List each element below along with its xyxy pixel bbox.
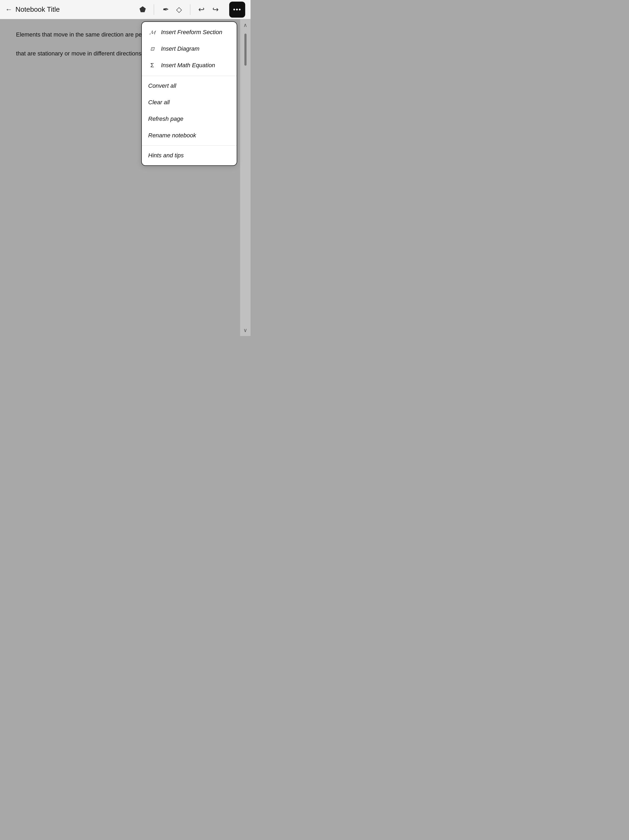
pen-icon[interactable]: ✒ [162,5,168,14]
undo-icon[interactable]: ↩ [198,5,205,14]
header: ← Notebook Title ⬟ ✒ ◇ ↩ ↪ ••• [0,0,251,19]
insert-freeform-label: Insert Freeform Section [161,29,222,36]
insert-math-icon: Σ [148,62,156,69]
scrollbar-track: ∧ ∨ [240,19,251,336]
lasso-icon[interactable]: ⬟ [139,5,146,14]
notebook-title: Notebook Title [16,5,60,14]
insert-freeform-icon: 𝓜 [148,29,156,35]
scroll-thumb[interactable] [244,33,246,66]
insert-math-item[interactable]: Σ Insert Math Equation [142,57,236,74]
eraser-icon[interactable]: ◇ [176,5,182,14]
menu-section-middle: Convert all Clear all Refresh page Renam… [142,76,236,145]
header-left: ← Notebook Title [5,5,139,14]
insert-diagram-label: Insert Diagram [161,45,199,52]
menu-section-insert: 𝓜 Insert Freeform Section ⊡ Insert Diagr… [142,22,236,76]
scroll-down-button[interactable]: ∨ [241,324,250,336]
rename-notebook-item[interactable]: Rename notebook [142,127,236,144]
menu-section-bottom: Hints and tips [142,145,236,165]
more-dots: ••• [233,6,241,13]
more-menu-button[interactable]: ••• [229,2,245,17]
back-button[interactable]: ← [5,5,12,14]
insert-math-label: Insert Math Equation [161,62,215,69]
insert-diagram-icon: ⊡ [148,46,156,52]
scroll-up-button[interactable]: ∧ [241,19,250,31]
redo-icon[interactable]: ↪ [213,5,219,14]
divider-1 [154,4,154,15]
hints-tips-item[interactable]: Hints and tips [142,147,236,164]
refresh-page-item[interactable]: Refresh page [142,111,236,127]
insert-diagram-item[interactable]: ⊡ Insert Diagram [142,41,236,57]
convert-all-item[interactable]: Convert all [142,77,236,94]
clear-all-item[interactable]: Clear all [142,94,236,111]
header-tools: ⬟ ✒ ◇ ↩ ↪ ••• [139,2,245,17]
insert-freeform-item[interactable]: 𝓜 Insert Freeform Section [142,24,236,41]
dropdown-menu: 𝓜 Insert Freeform Section ⊡ Insert Diagr… [141,21,237,166]
